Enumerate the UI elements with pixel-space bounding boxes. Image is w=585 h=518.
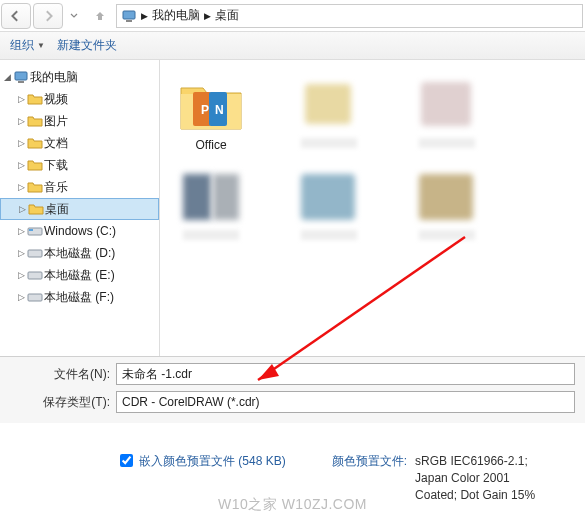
tree-item-drive-e[interactable]: ▷本地磁盘 (E:) xyxy=(0,264,159,286)
filename-input[interactable]: 未命名 -1.cdr xyxy=(116,363,575,385)
svg-text:P: P xyxy=(201,103,209,117)
tree-label: 我的电脑 xyxy=(30,69,78,86)
svg-rect-7 xyxy=(28,272,42,279)
savetype-value: CDR - CorelDRAW (*.cdr) xyxy=(122,395,260,409)
organize-menu[interactable]: 组织▼ xyxy=(10,37,45,54)
nav-up-button[interactable] xyxy=(88,4,112,28)
tree-label: 本地磁盘 (F:) xyxy=(44,289,114,306)
blurred-thumb-icon xyxy=(415,170,479,226)
file-item-blurred[interactable] xyxy=(166,170,256,240)
tree-label: 本地磁盘 (E:) xyxy=(44,267,115,284)
tree-label: 图片 xyxy=(44,113,68,130)
folder-icon xyxy=(26,157,44,173)
tree-root-computer[interactable]: ◢ 我的电脑 xyxy=(0,66,159,88)
svg-text:N: N xyxy=(215,103,224,117)
navigation-bar: ▶ 我的电脑 ▶ 桌面 xyxy=(0,0,585,32)
embed-profile-checkbox[interactable] xyxy=(120,454,133,467)
drive-icon xyxy=(26,245,44,261)
file-list[interactable]: P N Office xyxy=(160,60,585,356)
main-area: ◢ 我的电脑 ▷视频 ▷图片 ▷文档 ▷下载 ▷音乐 ▷桌面 ▷Windows … xyxy=(0,60,585,356)
tree-label: 视频 xyxy=(44,91,68,108)
svg-rect-0 xyxy=(123,11,135,19)
nav-back-button[interactable] xyxy=(1,3,31,29)
nav-recent-dropdown[interactable] xyxy=(65,4,83,28)
tree-item-documents[interactable]: ▷文档 xyxy=(0,132,159,154)
folder-icon xyxy=(26,179,44,195)
tree-label: 音乐 xyxy=(44,179,68,196)
file-item-blurred[interactable] xyxy=(402,78,492,152)
tree-label: 文档 xyxy=(44,135,68,152)
drive-icon xyxy=(26,223,44,239)
file-label: Office xyxy=(195,138,226,152)
crumb-sep-icon: ▶ xyxy=(141,11,148,21)
blurred-thumb-icon xyxy=(297,170,361,226)
embed-profile-checkbox-row: 嵌入颜色预置文件 (548 KB) xyxy=(120,453,286,470)
tree-item-drive-f[interactable]: ▷本地磁盘 (F:) xyxy=(0,286,159,308)
folder-icon xyxy=(26,113,44,129)
file-item-blurred[interactable] xyxy=(284,170,374,240)
blurred-label xyxy=(419,230,475,240)
tree-item-desktop[interactable]: ▷桌面 xyxy=(0,198,159,220)
svg-rect-8 xyxy=(28,294,42,301)
computer-icon xyxy=(121,8,137,24)
svg-rect-6 xyxy=(28,250,42,257)
tree-item-downloads[interactable]: ▷下载 xyxy=(0,154,159,176)
computer-icon xyxy=(12,69,30,85)
nav-forward-button[interactable] xyxy=(33,3,63,29)
folder-icon xyxy=(26,91,44,107)
crumb-desktop[interactable]: 桌面 xyxy=(215,7,239,24)
filename-value: 未命名 -1.cdr xyxy=(122,366,192,383)
tree-item-drive-c[interactable]: ▷Windows (C:) xyxy=(0,220,159,242)
blurred-label xyxy=(301,230,357,240)
svg-rect-1 xyxy=(126,20,132,22)
drive-icon xyxy=(26,267,44,283)
tree-label: 下载 xyxy=(44,157,68,174)
blurred-thumb-icon xyxy=(297,78,361,134)
watermark: W10之家 W10ZJ.COM xyxy=(0,496,585,514)
file-item-blurred[interactable] xyxy=(284,78,374,152)
blurred-label xyxy=(301,138,357,148)
blurred-thumb-icon xyxy=(179,170,243,226)
file-item-blurred[interactable] xyxy=(402,170,492,240)
tree-item-pictures[interactable]: ▷图片 xyxy=(0,110,159,132)
folder-tree[interactable]: ◢ 我的电脑 ▷视频 ▷图片 ▷文档 ▷下载 ▷音乐 ▷桌面 ▷Windows … xyxy=(0,60,160,356)
folder-icon xyxy=(27,201,45,217)
blurred-label xyxy=(183,230,239,240)
address-bar[interactable]: ▶ 我的电脑 ▶ 桌面 xyxy=(116,4,583,28)
tree-label: 桌面 xyxy=(45,201,69,218)
blurred-thumb-icon xyxy=(415,78,479,134)
file-item-office[interactable]: P N Office xyxy=(166,78,256,152)
new-folder-button[interactable]: 新建文件夹 xyxy=(57,37,117,54)
toolbar: 组织▼ 新建文件夹 xyxy=(0,32,585,60)
embed-profile-label: 嵌入颜色预置文件 (548 KB) xyxy=(139,453,286,470)
folder-icon xyxy=(26,135,44,151)
filename-label: 文件名(N): xyxy=(10,366,116,383)
tree-item-music[interactable]: ▷音乐 xyxy=(0,176,159,198)
tree-item-drive-d[interactable]: ▷本地磁盘 (D:) xyxy=(0,242,159,264)
blurred-label xyxy=(419,138,475,148)
svg-rect-3 xyxy=(18,81,24,83)
folder-icon: P N xyxy=(179,78,243,134)
drive-icon xyxy=(26,289,44,305)
tree-label: Windows (C:) xyxy=(44,224,116,238)
crumb-sep-icon: ▶ xyxy=(204,11,211,21)
save-fields-panel: 文件名(N): 未命名 -1.cdr 保存类型(T): CDR - CorelD… xyxy=(0,356,585,423)
svg-rect-5 xyxy=(29,229,33,231)
tree-label: 本地磁盘 (D:) xyxy=(44,245,115,262)
crumb-computer[interactable]: 我的电脑 xyxy=(152,7,200,24)
tree-item-video[interactable]: ▷视频 xyxy=(0,88,159,110)
savetype-label: 保存类型(T): xyxy=(10,394,116,411)
svg-rect-2 xyxy=(15,72,27,80)
savetype-dropdown[interactable]: CDR - CorelDRAW (*.cdr) xyxy=(116,391,575,413)
